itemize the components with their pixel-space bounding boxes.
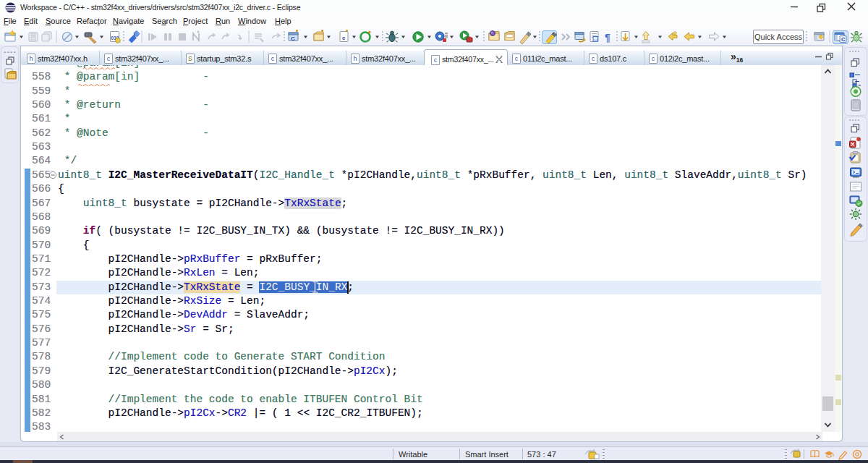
svg-text:C: C [841, 36, 846, 43]
svg-text:¶: ¶ [605, 32, 610, 43]
svg-text:C: C [291, 35, 295, 42]
svg-text:c: c [342, 35, 346, 41]
